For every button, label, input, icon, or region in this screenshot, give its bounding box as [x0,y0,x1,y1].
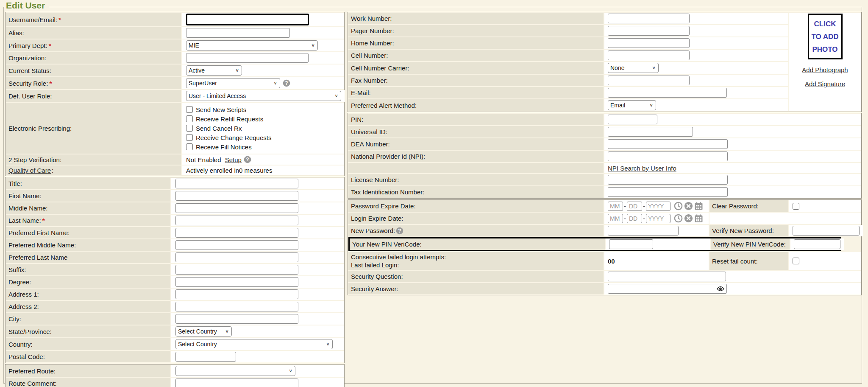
preferred-middle-name-input[interactable] [175,240,298,250]
title-input[interactable] [175,179,298,188]
password-expire-date-day-input[interactable] [627,202,642,211]
verify-new-pin-vericode-input[interactable] [794,239,840,249]
receive-refill-requests-checkbox[interactable] [186,115,193,122]
login-expire-date-month-input[interactable] [608,214,623,223]
suffix-input[interactable] [175,265,298,275]
login-expire-date-clear-icon[interactable] [684,214,693,223]
field-value [604,87,788,98]
primary-dept-select[interactable]: MIE∨ [186,40,318,50]
left2-row-9: Address 1: [6,289,344,300]
password-expire-date-calendar-icon[interactable] [694,202,703,210]
security-question-input[interactable] [608,272,726,281]
clear-password-checkbox[interactable] [793,203,799,210]
label-text: National Provider Id (NPI): [351,153,425,160]
npi-search-by-user-info-link[interactable]: NPI Search by User Info [608,165,676,172]
field-value [182,27,344,39]
city-input[interactable] [175,314,298,324]
preferred-alert-method-select[interactable]: Email∨ [608,100,656,110]
first-name-input[interactable] [175,191,298,201]
reveal-answer-eye-icon[interactable] [717,286,724,292]
label-text: City: [8,315,21,322]
ids-row-2: DEA Number: [348,138,861,150]
add-photograph-link[interactable]: Add Photograph [802,66,848,73]
setup-link[interactable]: Setup [225,156,242,163]
field-label: State/Province: [6,325,170,337]
field-label: Quality of Care: [6,165,181,175]
password-expire-date-clear-icon[interactable] [684,202,693,210]
quality-of-care-link[interactable]: Quality of Care [8,167,51,174]
ids-row-4: NPI Search by User Info [348,163,861,173]
new-password-help-icon[interactable]: ? [396,227,403,235]
route-comment-input[interactable] [175,379,298,387]
preferred-last-name-input[interactable] [175,252,298,262]
field-label: Work Number: [348,13,604,24]
label-text: Electronic Prescribing: [8,125,72,132]
npi-input[interactable] [608,151,728,161]
alias-input[interactable] [186,28,290,38]
field-value: Select Country∨ [171,338,344,350]
universal-id-input[interactable] [608,127,693,137]
postal-code-input[interactable] [175,352,236,362]
field-value: Email∨ [604,99,788,111]
address-2-input[interactable] [175,302,298,311]
label-text: Home Number: [351,39,394,47]
middle-name-input[interactable] [175,203,298,213]
pager-number-input[interactable] [608,26,690,36]
fax-number-input[interactable] [608,76,690,85]
field-value [604,114,861,125]
e-mail-input[interactable] [608,88,727,98]
send-cancel-rx-checkbox[interactable] [186,125,193,132]
work-number-input[interactable] [608,14,690,23]
preferred-route-select[interactable]: ∨ [175,366,295,376]
label-line: Last failed Login: [351,261,446,269]
field-label: Postal Code: [6,351,170,362]
send-new-scripts-checkbox[interactable] [186,106,193,113]
login-expire-date-year-input[interactable] [646,214,670,223]
label-text: Universal ID: [351,128,387,135]
password-expire-date-year-input[interactable] [646,202,670,211]
reset-fail-count-checkbox[interactable] [793,258,799,264]
security-role-help-icon[interactable]: ? [283,79,290,87]
verify-new-password-input[interactable] [793,226,860,236]
pin-input[interactable] [608,115,657,124]
required-asterisk: * [49,42,51,49]
add-signature-link[interactable]: Add Signature [805,80,845,87]
def-user-role-select[interactable]: User - Limited Access∨ [186,91,341,101]
security-answer-input[interactable] [608,284,727,294]
organization-input[interactable] [186,53,309,63]
add-photo-box[interactable]: CLICKTO ADDPHOTO [808,14,843,59]
field-label [348,163,604,173]
username-email-input[interactable] [186,14,309,25]
state-province-select[interactable]: Select Country∨ [175,326,232,337]
dea-number-input[interactable] [608,139,728,149]
last-name-input[interactable] [175,216,298,225]
your-new-pin-vericode-input[interactable] [609,239,653,249]
label-text: Address 2: [8,303,39,310]
receive-change-requests-checkbox[interactable] [186,134,193,141]
field-value: NPI Search by User Info [604,163,861,173]
address-1-input[interactable] [175,289,298,299]
license-number-input[interactable] [608,175,728,185]
label-text: Verify New Password: [712,227,774,234]
cell-number-carrier-select[interactable]: None∨ [608,63,659,73]
current-status-select[interactable]: Active∨ [186,65,242,76]
password-expire-date-time-icon[interactable] [674,202,683,210]
home-number-input[interactable] [608,38,690,48]
login-expire-date-time-icon[interactable] [674,214,683,223]
label-text: Alias: [8,29,24,36]
receive-fill-notices-checkbox[interactable] [186,143,193,150]
tax-identification-number-input[interactable] [608,187,728,197]
preferred-first-name-input[interactable] [175,228,298,238]
login-expire-date-day-input[interactable] [627,214,642,223]
country-select[interactable]: Select Country∨ [175,339,333,349]
left3-row-0: Preferred Route:∨ [6,365,344,377]
two-step-help-icon[interactable]: ? [244,156,251,163]
security-role-select[interactable]: SuperUser∨ [186,78,280,88]
password-expire-date-month-input[interactable] [608,202,623,211]
cell-number-input[interactable] [608,50,690,60]
field-value: None∨ [604,62,788,74]
degree-input[interactable] [175,277,298,287]
login-expire-date-calendar-icon[interactable] [694,214,703,223]
new-password-input[interactable] [608,226,679,236]
left2-row-5: Preferred Middle Name: [6,239,344,251]
